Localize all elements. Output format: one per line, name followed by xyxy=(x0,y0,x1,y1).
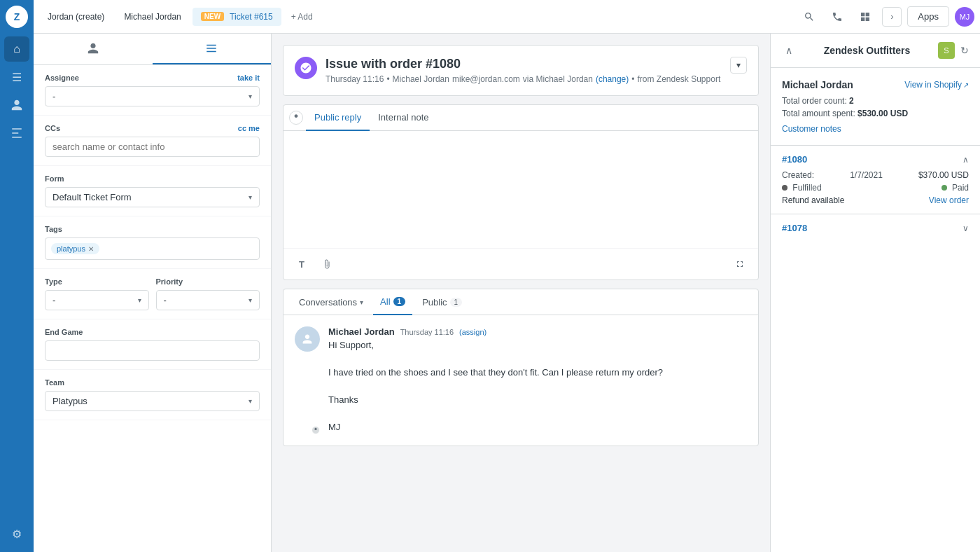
ticket-change-link[interactable]: (change) xyxy=(596,74,629,84)
sender-status-icon xyxy=(312,426,320,434)
priority-column: Priority - ▾ xyxy=(156,277,260,310)
tags-input[interactable]: platypus ✕ xyxy=(45,237,260,260)
tab-nav-button[interactable]: › xyxy=(882,7,902,27)
form-section: Form Default Ticket Form ▾ xyxy=(34,166,271,216)
add-tab-button[interactable]: + Add xyxy=(284,8,320,26)
sidebar-icon-tabs xyxy=(34,34,271,65)
end-game-label: End Game xyxy=(45,328,260,336)
amount-spent-row: Total amount spent: $530.00 USD xyxy=(782,109,969,118)
collapse-button[interactable]: ∧ xyxy=(782,43,796,57)
ticket-email: mike@jordan.com xyxy=(452,74,520,84)
message-sender-row: Michael Jordan Thursday 11:16 (assign) xyxy=(328,326,747,337)
ticket-sender-avatar xyxy=(295,57,317,79)
message-assign-link[interactable]: (assign) xyxy=(459,328,486,336)
nav-views[interactable]: ☰ xyxy=(4,64,29,90)
view-order-link[interactable]: View order xyxy=(929,195,969,205)
type-chevron-icon: ▾ xyxy=(138,296,141,304)
amount-spent-value: $530.00 USD xyxy=(858,109,908,118)
priority-dropdown[interactable]: - ▾ xyxy=(156,290,260,310)
form-dropdown[interactable]: Default Ticket Form ▾ xyxy=(45,187,260,207)
right-panel-customer-content: Michael Jordan View in Shopify ↗ Total o… xyxy=(771,68,980,145)
take-it-link[interactable]: take it xyxy=(237,74,260,82)
attachment-icon[interactable] xyxy=(317,254,337,274)
message-line-2: I have tried on the shoes and I see that… xyxy=(328,366,747,380)
tab-ticket-615[interactable]: NEW Ticket #615 xyxy=(192,8,281,26)
right-panel: ∧ Zendesk Outfitters S ↻ Michael Jordan … xyxy=(770,34,980,552)
main-container: Jordan (create) Michael Jordan NEW Ticke… xyxy=(34,0,980,552)
order-count-value: 2 xyxy=(849,96,854,106)
order-1080-section: #1080 ∧ Created: 1/7/2021 $370.00 USD Fu… xyxy=(771,145,980,214)
priority-chevron-icon: ▾ xyxy=(248,296,252,304)
reply-text-input[interactable] xyxy=(292,139,750,237)
order-1078-section: #1078 ∨ xyxy=(771,214,980,247)
conv-tab-all[interactable]: All 1 xyxy=(373,289,412,315)
expand-icon[interactable] xyxy=(730,254,750,274)
form-value: Default Ticket Form xyxy=(52,192,132,202)
ticket-header: Issue with order #1080 Thursday 11:16 • … xyxy=(283,45,759,96)
conversations-chevron-icon: ▾ xyxy=(360,298,363,306)
order-1080-created-date: 1/7/2021 xyxy=(850,170,883,180)
user-avatar[interactable]: MJ xyxy=(955,7,974,27)
right-panel-title-text: Zendesk Outfitters xyxy=(824,45,911,56)
order-1080-toggle-icon[interactable]: ∧ xyxy=(962,155,969,165)
nav-contacts[interactable] xyxy=(4,92,29,118)
message-content: Michael Jordan Thursday 11:16 (assign) H… xyxy=(328,326,747,434)
message-sender-name: Michael Jordan xyxy=(328,326,395,337)
type-label: Type xyxy=(45,277,149,286)
top-bar-actions: › Apps MJ xyxy=(798,6,974,28)
priority-value: - xyxy=(164,295,167,305)
customer-notes-link[interactable]: Customer notes xyxy=(782,124,969,134)
assignee-dropdown[interactable]: - ▾ xyxy=(45,86,260,106)
reply-sender-icon xyxy=(289,111,303,125)
reply-tab-public[interactable]: Public reply xyxy=(306,105,370,131)
ticket-header-content: Issue with order #1080 Thursday 11:16 • … xyxy=(326,57,722,84)
cc-me-link[interactable]: cc me xyxy=(238,124,260,132)
content-area: Assignee take it - ▾ CCs cc me Fo xyxy=(34,34,980,552)
apps-button[interactable]: Apps xyxy=(907,6,949,27)
view-in-shopify-link[interactable]: View in Shopify ↗ xyxy=(904,80,969,90)
text-format-icon[interactable]: T xyxy=(292,254,312,274)
tag-remove-icon[interactable]: ✕ xyxy=(88,245,94,253)
conversations-filter[interactable]: Conversations ▾ xyxy=(292,290,370,315)
ccs-search-input[interactable] xyxy=(45,137,260,157)
sidebar-tab-user[interactable] xyxy=(34,34,153,64)
refresh-icon[interactable]: ↻ xyxy=(960,45,969,56)
phone-icon[interactable] xyxy=(826,6,848,28)
order-1078-toggle-icon[interactable]: ∨ xyxy=(962,223,969,233)
order-1080-status-row: Fulfilled Paid xyxy=(782,183,969,193)
tab-michael-jordan[interactable]: Michael Jordan xyxy=(115,8,189,26)
order-1078-header: #1078 ∨ xyxy=(782,223,969,233)
tab-jordan-create[interactable]: Jordan (create) xyxy=(39,8,113,26)
nav-reporting[interactable] xyxy=(4,120,29,146)
sidebar-tab-list[interactable] xyxy=(153,34,272,64)
message-avatar xyxy=(295,326,320,352)
tag-label: platypus xyxy=(57,244,85,253)
priority-label: Priority xyxy=(156,277,260,286)
avatar-initials: MJ xyxy=(960,13,970,21)
type-priority-section: Type - ▾ Priority - ▾ xyxy=(34,269,271,319)
ticket-badge: NEW xyxy=(201,12,224,21)
logo[interactable]: Z xyxy=(6,6,28,28)
type-dropdown[interactable]: - ▾ xyxy=(45,290,149,310)
customer-name: Michael Jordan xyxy=(782,79,853,90)
search-icon[interactable] xyxy=(798,6,820,28)
end-game-input[interactable] xyxy=(45,340,260,361)
team-dropdown[interactable]: Platypus ▾ xyxy=(45,391,260,411)
nav-settings[interactable]: ⚙ xyxy=(4,521,29,546)
order-1080-header: #1080 ∧ xyxy=(782,154,969,165)
order-1080-amount: $370.00 USD xyxy=(918,170,969,180)
ccs-section: CCs cc me xyxy=(34,116,271,166)
tab-michael-jordan-label: Michael Jordan xyxy=(124,12,181,22)
reply-tab-internal[interactable]: Internal note xyxy=(370,105,437,131)
grid-icon[interactable] xyxy=(854,6,876,28)
add-tab-label: + Add xyxy=(291,12,313,22)
conv-tab-public[interactable]: Public 1 xyxy=(415,290,469,315)
nav-home[interactable]: ⌂ xyxy=(4,36,29,62)
order-1078-number[interactable]: #1078 xyxy=(782,223,807,233)
message-text: Hi Support, I have tried on the shoes an… xyxy=(328,338,747,434)
order-1080-number[interactable]: #1080 xyxy=(782,154,807,165)
ticket-dropdown-button[interactable]: ▾ xyxy=(730,57,747,74)
ticket-time: Thursday 11:16 xyxy=(326,74,384,84)
conversations-label: Conversations xyxy=(299,297,357,308)
assignee-section: Assignee take it - ▾ xyxy=(34,65,271,116)
